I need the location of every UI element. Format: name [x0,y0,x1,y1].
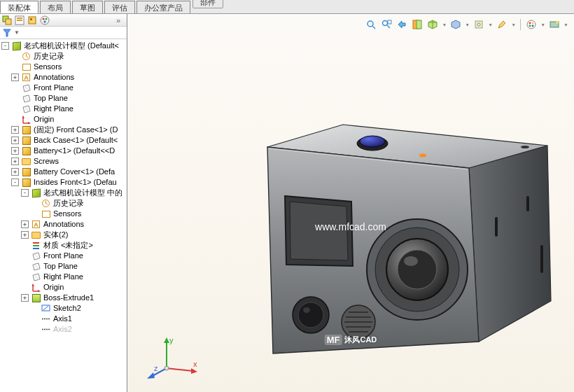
panel-expand-icon[interactable]: » [113,15,124,26]
tree-label: 老式相机设计模型 (Default< [24,41,119,51]
tree-node[interactable]: +AAnnotations [0,72,127,83]
tree-node[interactable]: +Battery Cover<1> (Defa [0,167,127,177]
tree-node[interactable]: 历史记录 [0,51,127,62]
tree-node[interactable]: Axis2 [0,324,127,335]
svg-point-60 [298,302,323,328]
tab-layout[interactable]: 布局 [40,1,71,13]
tree-label: Sketch2 [53,303,81,314]
dropdown-icon[interactable]: ▼ [564,22,568,27]
tree-node[interactable]: Right Plane [0,272,127,282]
filter-icon[interactable] [1,27,13,38]
dropdown-icon[interactable]: ▼ [442,22,447,27]
tab-office[interactable]: 办公室产品 [136,1,190,13]
tree-label: Axis2 [53,324,72,335]
property-manager-icon[interactable] [14,15,25,26]
expand-toggle[interactable]: + [11,136,19,144]
tree-label: Origin [43,282,64,293]
expand-toggle[interactable]: + [11,147,19,155]
render-icon[interactable] [548,18,561,31]
tree-node[interactable]: Origin [0,114,127,125]
dropdown-icon[interactable]: ▼ [488,22,493,27]
tree-node[interactable]: Origin [0,282,127,293]
svg-rect-4 [17,20,22,21]
tab-evaluate[interactable]: 评估 [104,1,135,13]
view-triad[interactable]: y x z [157,336,199,378]
prev-view-icon[interactable] [396,18,408,31]
view-orientation-icon[interactable] [426,18,439,31]
tree-node[interactable]: 历史记录 [0,198,127,209]
cube-icon [11,41,22,51]
appearance-manager-icon[interactable] [39,15,50,26]
tree-node[interactable]: +Boss-Extrude1 [0,293,127,303]
expand-toggle [21,284,29,291]
tree-node[interactable]: Sensors [0,209,127,219]
svg-rect-1 [6,19,11,24]
config-manager-icon[interactable] [27,15,38,26]
tree-label: Origin [34,114,54,125]
origin-icon [31,283,41,293]
tree-node[interactable]: Front Plane [0,83,127,93]
edit-appearance-icon[interactable] [496,18,508,31]
tree-node[interactable]: +(固定) Front Case<1> (D [0,125,127,135]
display-style-icon[interactable] [449,18,462,31]
dropdown-icon[interactable]: ▼ [465,22,470,27]
tree-label: Annotations [43,219,84,230]
watermark-brand: MF 沐风CAD [325,335,377,345]
part-icon [21,125,31,135]
tree-node[interactable]: Sketch2 [0,303,127,314]
svg-line-33 [372,26,375,29]
svg-rect-36 [388,20,391,24]
expand-toggle[interactable]: + [11,126,19,134]
tree-node[interactable]: +实体(2) [0,230,127,240]
tree-node[interactable]: Top Plane [0,93,127,104]
filter-dropdown[interactable]: ▼ [14,29,20,36]
svg-text:x: x [193,360,197,368]
graphics-viewport[interactable]: ▼ ▼ ▼ ▼ ▼ ▼ [127,14,574,392]
tree-node[interactable]: 材质 <未指定> [0,240,127,251]
tree-node[interactable]: -老式相机设计模型 中的 [0,188,127,198]
tree-label: Battery Cover<1> (Defa [34,167,115,177]
tree-label: Boss-Extrude1 [43,293,94,303]
section-view-icon[interactable] [411,18,424,31]
tree-node[interactable]: +Screws [0,156,127,167]
expand-toggle[interactable]: + [11,168,19,176]
tab-assembly[interactable]: 装配体 [0,1,38,13]
tree-label: Front Plane [34,83,74,93]
filter-bar: ▼ [0,27,127,39]
tree-node[interactable]: +AAnnotations [0,219,127,230]
tree-node[interactable]: Right Plane [0,104,127,114]
dropdown-icon[interactable]: ▼ [540,22,545,27]
sensor-icon [41,209,51,219]
tree-node[interactable]: -Insides Front<1> (Defau [0,177,127,188]
apply-scene-icon[interactable] [525,18,538,31]
expand-toggle[interactable]: + [21,294,29,302]
expand-toggle[interactable]: + [11,74,19,81]
zoom-area-icon[interactable] [380,18,393,31]
expand-toggle [21,252,29,260]
expand-toggle[interactable]: - [21,189,29,197]
expand-toggle [31,210,38,218]
tree-node[interactable]: +Battery<1> (Default<<D [0,146,127,156]
watermark-url: www.mfcad.com [315,221,386,232]
tree-node[interactable]: +Back Case<1> (Default< [0,135,127,146]
expand-toggle [21,241,29,249]
tree-node[interactable]: Axis1 [0,314,127,324]
expand-toggle[interactable]: - [1,42,9,50]
tree-label: 老式相机设计模型 中的 [43,188,122,198]
hide-show-icon[interactable] [472,18,485,31]
svg-point-51 [360,136,385,147]
feature-tree-icon[interactable] [1,15,13,26]
expand-toggle[interactable]: - [11,178,19,186]
plane-icon [21,94,31,104]
expand-toggle[interactable]: + [21,231,29,239]
tree-node[interactable]: Front Plane [0,251,127,261]
expand-toggle[interactable]: + [11,158,19,165]
heads-up-toolbar: ▼ ▼ ▼ ▼ ▼ ▼ [365,18,568,31]
zoom-fit-icon[interactable] [365,18,377,31]
tree-node[interactable]: Top Plane [0,261,127,272]
tab-sketch[interactable]: 草图 [72,1,103,13]
dropdown-icon[interactable]: ▼ [511,22,516,27]
tree-root[interactable]: -老式相机设计模型 (Default< [0,41,127,51]
expand-toggle[interactable]: + [21,220,29,228]
tree-node[interactable]: Sensors [0,62,127,72]
